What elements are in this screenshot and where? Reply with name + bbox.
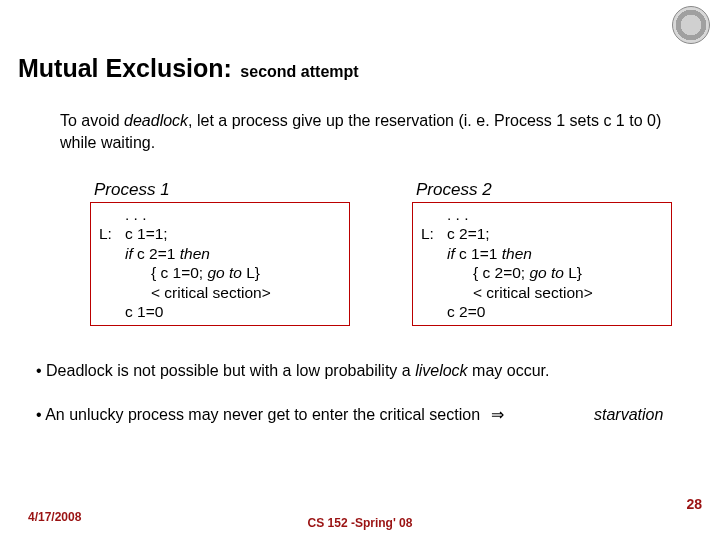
process-columns: Process 1 . . . L:c 1=1; if c 2=1 then {…: [90, 180, 672, 326]
code-label: L:: [421, 224, 447, 243]
code-line: { c 1=0; go to L}: [125, 263, 341, 282]
code-line: c 1=0: [125, 302, 341, 321]
code-line: { c 2=0; go to L}: [447, 263, 663, 282]
footer-course: CS 152 -Spring' 08: [0, 516, 720, 530]
code-line: < critical section>: [447, 283, 663, 302]
university-seal-icon: [672, 6, 710, 44]
code-line: c 2=1;: [447, 224, 663, 243]
intro-pre: To avoid: [60, 112, 124, 129]
code-line: c 2=0: [447, 302, 663, 321]
intro-text: To avoid deadlock, let a process give up…: [60, 110, 670, 153]
process-2-heading: Process 2: [416, 180, 672, 200]
code-line: if c 2=1 then: [125, 244, 341, 263]
intro-deadlock: deadlock: [124, 112, 188, 129]
bullet-1: • Deadlock is not possible but with a lo…: [36, 360, 676, 382]
process-1-code: . . . L:c 1=1; if c 2=1 then { c 1=0; go…: [90, 202, 350, 326]
code-line: if c 1=1 then: [447, 244, 663, 263]
code-line: c 1=1;: [125, 224, 341, 243]
implies-arrow-icon: ⇒: [491, 404, 504, 426]
bullet-notes: • Deadlock is not possible but with a lo…: [36, 360, 676, 425]
code-line: . . .: [447, 205, 663, 224]
code-label: L:: [99, 224, 125, 243]
slide-title: Mutual Exclusion: second attempt: [18, 54, 359, 83]
process-2: Process 2 . . . L:c 2=1; if c 1=1 then {…: [412, 180, 672, 326]
bullet-2: • An unlucky process may never get to en…: [36, 404, 676, 426]
process-1-heading: Process 1: [94, 180, 350, 200]
code-line: < critical section>: [125, 283, 341, 302]
process-1: Process 1 . . . L:c 1=1; if c 2=1 then {…: [90, 180, 350, 326]
footer-page-number: 28: [686, 496, 702, 512]
title-main: Mutual Exclusion:: [18, 54, 232, 82]
code-line: . . .: [125, 205, 341, 224]
title-sub: second attempt: [240, 63, 358, 80]
process-2-code: . . . L:c 2=1; if c 1=1 then { c 2=0; go…: [412, 202, 672, 326]
